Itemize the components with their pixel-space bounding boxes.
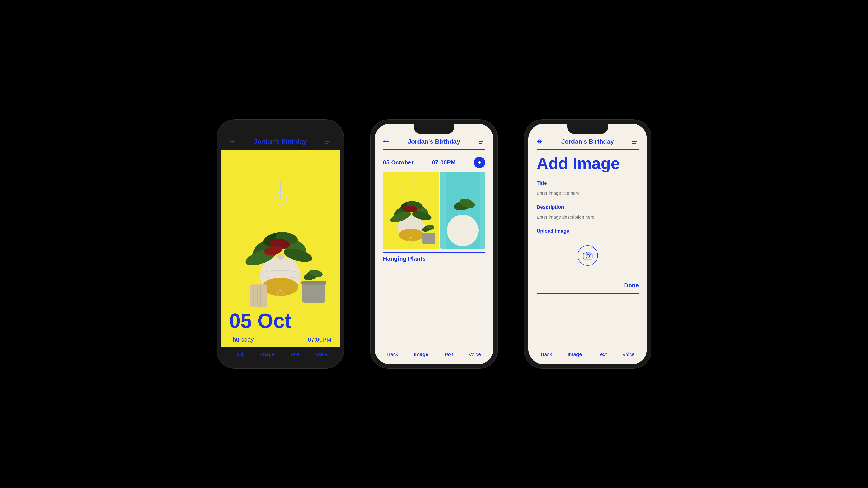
phone-3-bottom-nav: Back Image Text Voice [528,347,647,364]
phone-3-screen: ✳ Jordan's Birthday Add Image Title [528,124,647,364]
phone-3: ✳ Jordan's Birthday Add Image Title [524,120,651,368]
description-section: Description [537,204,639,222]
svg-point-47 [590,254,591,255]
nav-voice-3[interactable]: Voice [622,352,634,357]
big-date: 05 Oct [229,311,331,331]
nav-text-2[interactable]: Text [444,352,453,357]
nav-voice-1[interactable]: Voice [315,352,327,357]
nav-back-1[interactable]: Back [234,352,245,357]
phone-1-content: ✳ Jordan's Birthday [221,124,340,364]
title-section: Title [537,180,639,198]
gallery-image-secondary[interactable] [440,172,485,249]
phone-2-bottom-nav: Back Image Text Voice [375,347,493,364]
date-details: Thursday 07:00PM [229,336,331,343]
date-day: Thursday [229,336,254,343]
done-row: Done [537,280,639,294]
phone-2: ✳ Jordan's Birthday 05 October 07:00PM + [371,120,497,368]
phone-1-title: Jordan's Birthday [254,138,307,145]
nav-image-1[interactable]: Image [260,352,275,357]
image-gallery [383,172,485,249]
phone-3-notch [567,124,608,134]
phone-2-screen: ✳ Jordan's Birthday 05 October 07:00PM + [375,124,493,364]
svg-rect-16 [301,281,326,285]
date-time: 07:00PM [308,336,331,343]
nav-image-2[interactable]: Image [414,352,428,357]
event-header-row: 05 October 07:00PM + [383,157,485,168]
plus-icon: + [477,158,482,167]
camera-button[interactable] [578,246,598,266]
title-input[interactable] [537,189,639,198]
phone-3-content: ✳ Jordan's Birthday Add Image Title [528,124,647,364]
menu-icon-1[interactable] [325,140,331,144]
snowflake-icon: ✳ [229,137,235,146]
description-label: Description [537,204,639,210]
phones-container: ✳ Jordan's Birthday [217,120,651,368]
add-image-heading: Add Image [537,155,639,172]
phone-2-title: Jordan's Birthday [408,138,460,145]
svg-point-29 [399,229,424,241]
nav-back-3[interactable]: Back [541,352,552,357]
svg-point-46 [586,254,590,258]
svg-rect-37 [423,233,435,244]
phone-2-notch [414,124,454,134]
menu-icon-2[interactable] [479,140,485,144]
svg-point-4 [277,254,284,260]
phone-1-bottom-nav: Back Image Text Voice [221,347,340,364]
upload-area[interactable] [537,238,639,274]
svg-rect-19 [250,285,268,307]
done-button[interactable]: Done [624,282,639,289]
title-label: Title [537,180,639,186]
phone-1-image-area: 05 Oct Thursday 07:00PM [221,150,340,347]
phone-1-notch [260,124,301,134]
date-divider [229,333,331,334]
phone-3-title: Jordan's Birthday [561,138,614,145]
nav-back-2[interactable]: Back [387,352,398,357]
phone-3-form: Add Image Title Description Upload Image [528,150,647,347]
date-overlay: 05 Oct Thursday 07:00PM [221,305,340,347]
menu-icon-3[interactable] [632,140,639,144]
add-button[interactable]: + [474,157,485,168]
gallery-image-main[interactable] [383,172,439,249]
nav-text-3[interactable]: Text [598,352,607,357]
svg-point-42 [447,215,478,246]
nav-voice-2[interactable]: Voice [469,352,481,357]
camera-icon [583,252,593,260]
nav-image-3[interactable]: Image [567,352,582,357]
svg-point-6 [262,278,298,296]
upload-label: Upload Image [537,228,639,234]
event-time: 07:00PM [432,159,456,166]
phone-1-screen: ✳ Jordan's Birthday [221,124,340,364]
upload-section: Upload Image [537,228,639,274]
section-divider [383,266,485,266]
image-divider [383,252,485,253]
svg-rect-15 [303,283,325,303]
event-date: 05 October [383,159,414,166]
snowflake-icon-3: ✳ [537,137,543,146]
nav-text-1[interactable]: Text [290,352,299,357]
image-title: Hanging Plants [383,255,485,262]
snowflake-icon-2: ✳ [383,137,389,146]
phone-2-main: 05 October 07:00PM + [375,150,493,347]
phone-1-header-divider [229,150,331,150]
phone-2-content: ✳ Jordan's Birthday 05 October 07:00PM + [375,124,493,364]
description-input[interactable] [537,213,639,222]
phone-1: ✳ Jordan's Birthday [217,120,344,368]
